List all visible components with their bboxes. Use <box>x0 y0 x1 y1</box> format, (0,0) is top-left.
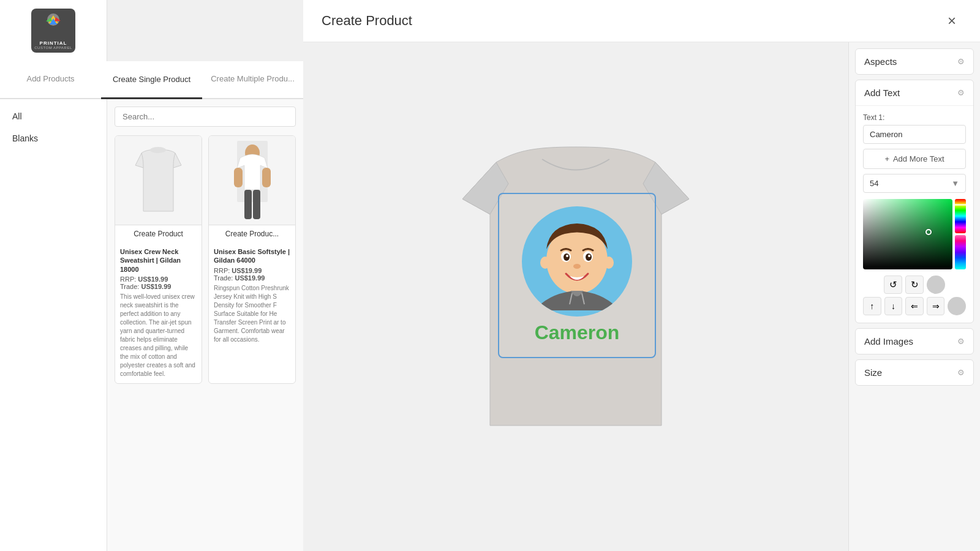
product-trade-2: Trade: US$19.99 <box>214 274 290 282</box>
circle-btn-1[interactable] <box>927 276 945 294</box>
svg-point-18 <box>586 253 592 261</box>
product-info-1: Unisex Crew Neck Sweatshirt | Gildan 180… <box>115 242 202 383</box>
product-rrp-1: RRP: US$19.99 <box>120 276 197 283</box>
add-more-plus-icon: + <box>884 154 889 163</box>
toolbar-row-1: ↺ ↻ <box>863 276 966 294</box>
left-arrow-icon: ⇐ <box>911 301 918 311</box>
right-arrow-icon: ⇒ <box>932 301 940 311</box>
logo-sub: CUSTOM APPAREL <box>34 46 72 50</box>
modal-title: Create Product <box>322 13 412 29</box>
rotate-right-button[interactable]: ↻ <box>905 276 924 294</box>
size-header[interactable]: Size ⚙ <box>856 360 973 385</box>
svg-point-19 <box>588 255 590 257</box>
move-up-button[interactable]: ↑ <box>863 297 881 315</box>
tshirt-container: Cameron <box>444 126 707 468</box>
canvas-area: Cameron <box>303 42 848 551</box>
create-product-btn-1[interactable]: Create Product <box>115 225 202 242</box>
design-text: Cameron <box>535 321 620 344</box>
move-down-button[interactable]: ↓ <box>884 297 903 315</box>
logo-icon <box>40 12 67 40</box>
tab-add-products[interactable]: Add Products <box>0 61 101 98</box>
svg-point-16 <box>566 255 568 257</box>
text-label: Text 1: <box>863 113 966 122</box>
aspects-icon: ⚙ <box>957 57 965 66</box>
category-item-blanks[interactable]: Blanks <box>0 127 107 149</box>
avatar-circle <box>522 206 632 317</box>
add-text-section: Add Text ⚙ Text 1: + Add More Text 54 ▼ <box>855 80 974 323</box>
aspects-title: Aspects <box>864 56 897 67</box>
add-text-title: Add Text <box>864 88 900 98</box>
add-text-icon: ⚙ <box>957 88 965 97</box>
top-tabs-bar: Add Products Create Single Product Creat… <box>0 61 303 99</box>
size-section: Size ⚙ <box>855 359 974 386</box>
svg-rect-12 <box>253 190 260 219</box>
right-panel: Aspects ⚙ Add Text ⚙ Text 1: + Add More … <box>848 42 980 551</box>
size-icon: ⚙ <box>957 368 965 377</box>
product-image <box>115 136 202 225</box>
product-card: Create Product Unisex Crew Neck Sweatshi… <box>115 135 202 384</box>
product-desc-1: This well-loved unisex crew neck sweatsh… <box>120 293 197 378</box>
font-size-value: 54 <box>870 179 878 188</box>
add-text-body: Text 1: + Add More Text 54 ▼ <box>856 106 973 323</box>
tab-create-single[interactable]: Create Single Product <box>101 61 202 99</box>
font-size-dropdown[interactable]: 54 ▼ <box>863 174 966 193</box>
down-icon: ↓ <box>891 301 895 311</box>
svg-point-22 <box>604 257 614 269</box>
modal: Create Product × <box>303 0 980 551</box>
aspects-header[interactable]: Aspects ⚙ <box>856 49 973 74</box>
product-grid: Create Product Unisex Crew Neck Sweatshi… <box>115 135 296 384</box>
rotate-left-icon: ↺ <box>889 279 897 290</box>
category-nav: All Blanks <box>0 99 107 551</box>
logo-box: PRINTIAL CUSTOM APPAREL <box>31 9 75 53</box>
toolbar-row-2: ↑ ↓ ⇐ ⇒ <box>863 297 966 315</box>
svg-rect-9 <box>234 168 243 187</box>
svg-point-20 <box>573 264 581 269</box>
create-product-btn-2[interactable]: Create Produc... <box>209 225 295 242</box>
color-picker <box>863 199 966 269</box>
add-more-text-button[interactable]: + Add More Text <box>863 149 966 169</box>
modal-header: Create Product × <box>303 0 980 42</box>
add-images-title: Add Images <box>864 336 913 347</box>
hue-strip[interactable] <box>955 199 966 233</box>
product-trade-1: Trade: US$19.99 <box>120 283 197 290</box>
svg-point-21 <box>540 257 550 269</box>
add-images-header[interactable]: Add Images ⚙ <box>856 329 973 354</box>
product-name-1: Unisex Crew Neck Sweatshirt | Gildan 180… <box>120 247 197 274</box>
svg-point-5 <box>150 147 166 153</box>
svg-rect-10 <box>262 168 271 187</box>
move-right-button[interactable]: ⇒ <box>927 297 945 315</box>
move-left-button[interactable]: ⇐ <box>905 297 924 315</box>
rotate-right-icon: ↻ <box>911 279 919 290</box>
aspects-section: Aspects ⚙ <box>855 48 974 75</box>
size-title: Size <box>864 367 882 378</box>
logo-area: PRINTIAL CUSTOM APPAREL <box>0 0 107 61</box>
add-images-icon: ⚙ <box>957 337 965 346</box>
up-icon: ↑ <box>870 301 874 311</box>
circle-btn-2[interactable] <box>948 297 966 315</box>
modal-body: Cameron Aspects ⚙ Add Text ⚙ T <box>303 42 980 551</box>
search-input[interactable] <box>115 107 296 127</box>
color-gradient-area[interactable] <box>863 199 952 269</box>
saturation-strip[interactable] <box>955 235 966 269</box>
product-image-2 <box>209 136 295 225</box>
gradient-cursor <box>925 229 932 235</box>
svg-point-15 <box>564 253 570 261</box>
chevron-down-icon: ▼ <box>951 179 959 188</box>
design-overlay: Cameron <box>498 193 656 358</box>
add-text-header[interactable]: Add Text ⚙ <box>856 80 973 106</box>
product-info-2: Unisex Basic Softstyle | Gildan 64000 RR… <box>209 242 295 349</box>
logo-brand: PRINTIAL <box>40 40 67 46</box>
product-grid-area: Create Product Unisex Crew Neck Sweatshi… <box>107 99 303 551</box>
product-name-2: Unisex Basic Softstyle | Gildan 64000 <box>214 247 290 265</box>
tab-create-multiple[interactable]: Create Multiple Produ... <box>202 61 303 98</box>
rotate-left-button[interactable]: ↺ <box>884 276 902 294</box>
product-card-2: Create Produc... Unisex Basic Softstyle … <box>208 135 296 384</box>
product-desc-2: Ringspun Cotton Preshrunk Jersey Knit wi… <box>214 284 290 344</box>
category-item-all[interactable]: All <box>0 105 107 127</box>
add-images-section: Add Images ⚙ <box>855 328 974 354</box>
svg-rect-11 <box>244 190 252 219</box>
text-input[interactable] <box>863 125 966 144</box>
color-spectrum-strips <box>955 199 966 269</box>
product-rrp-2: RRP: US$19.99 <box>214 267 290 274</box>
modal-close-button[interactable]: × <box>942 11 962 31</box>
